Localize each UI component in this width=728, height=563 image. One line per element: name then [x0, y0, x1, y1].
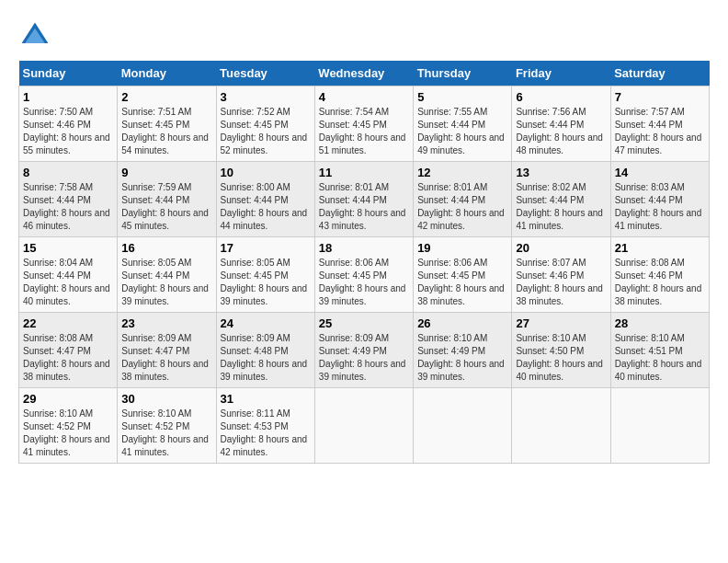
day-cell: 1 Sunrise: 7:50 AM Sunset: 4:46 PM Dayli… [19, 86, 118, 162]
day-number: 1 [23, 90, 113, 104]
day-detail: Sunrise: 8:10 AM Sunset: 4:52 PM Dayligh… [23, 408, 113, 459]
day-cell: 6 Sunrise: 7:56 AM Sunset: 4:44 PM Dayli… [512, 86, 610, 162]
day-number: 9 [121, 166, 211, 179]
day-cell: 21 Sunrise: 8:08 AM Sunset: 4:46 PM Dayl… [610, 237, 709, 313]
day-cell: 15 Sunrise: 8:04 AM Sunset: 4:44 PM Dayl… [19, 237, 118, 313]
day-number: 21 [615, 241, 705, 255]
day-cell: 12 Sunrise: 8:01 AM Sunset: 4:44 PM Dayl… [414, 162, 512, 237]
day-detail: Sunrise: 8:11 AM Sunset: 4:53 PM Dayligh… [221, 408, 311, 459]
day-cell: 31 Sunrise: 8:11 AM Sunset: 4:53 PM Dayl… [216, 388, 314, 464]
day-number: 22 [23, 316, 113, 330]
day-cell: 27 Sunrise: 8:10 AM Sunset: 4:50 PM Dayl… [512, 313, 610, 388]
day-cell: 24 Sunrise: 8:09 AM Sunset: 4:48 PM Dayl… [216, 313, 314, 388]
day-cell: 30 Sunrise: 8:10 AM Sunset: 4:52 PM Dayl… [118, 388, 216, 464]
day-detail: Sunrise: 8:05 AM Sunset: 4:45 PM Dayligh… [221, 257, 311, 308]
day-number: 26 [417, 316, 507, 330]
day-cell: 22 Sunrise: 8:08 AM Sunset: 4:47 PM Dayl… [19, 313, 118, 388]
day-cell: 19 Sunrise: 8:06 AM Sunset: 4:45 PM Dayl… [414, 237, 512, 313]
day-number: 31 [221, 392, 311, 406]
week-row-2: 8 Sunrise: 7:58 AM Sunset: 4:44 PM Dayli… [19, 162, 710, 237]
day-detail: Sunrise: 8:08 AM Sunset: 4:46 PM Dayligh… [615, 257, 705, 308]
day-detail: Sunrise: 8:07 AM Sunset: 4:46 PM Dayligh… [516, 257, 606, 308]
days-header-row: SundayMondayTuesdayWednesdayThursdayFrid… [19, 61, 710, 86]
day-detail: Sunrise: 8:10 AM Sunset: 4:52 PM Dayligh… [121, 408, 211, 459]
header [18, 18, 710, 52]
day-detail: Sunrise: 8:08 AM Sunset: 4:47 PM Dayligh… [23, 332, 113, 384]
day-detail: Sunrise: 8:10 AM Sunset: 4:50 PM Dayligh… [516, 332, 606, 384]
day-number: 5 [417, 90, 507, 104]
day-detail: Sunrise: 8:05 AM Sunset: 4:44 PM Dayligh… [121, 257, 211, 308]
day-number: 23 [121, 316, 211, 330]
day-detail: Sunrise: 8:10 AM Sunset: 4:49 PM Dayligh… [417, 332, 507, 384]
day-header-tuesday: Tuesday [216, 61, 314, 86]
day-number: 18 [319, 241, 409, 255]
day-cell: 14 Sunrise: 8:03 AM Sunset: 4:44 PM Dayl… [610, 162, 709, 237]
day-number: 20 [516, 241, 606, 255]
logo-icon [18, 18, 51, 52]
day-number: 17 [221, 241, 311, 255]
calendar-table: SundayMondayTuesdayWednesdayThursdayFrid… [18, 61, 710, 464]
day-header-monday: Monday [118, 61, 216, 86]
day-number: 15 [23, 241, 113, 255]
day-number: 10 [221, 166, 311, 179]
day-cell: 29 Sunrise: 8:10 AM Sunset: 4:52 PM Dayl… [19, 388, 118, 464]
week-row-5: 29 Sunrise: 8:10 AM Sunset: 4:52 PM Dayl… [19, 388, 710, 464]
day-cell: 10 Sunrise: 8:00 AM Sunset: 4:44 PM Dayl… [216, 162, 314, 237]
day-detail: Sunrise: 8:09 AM Sunset: 4:47 PM Dayligh… [121, 332, 211, 384]
day-cell [414, 388, 512, 464]
day-number: 28 [615, 316, 705, 330]
week-row-1: 1 Sunrise: 7:50 AM Sunset: 4:46 PM Dayli… [19, 86, 710, 162]
day-detail: Sunrise: 7:50 AM Sunset: 4:46 PM Dayligh… [23, 106, 113, 157]
day-detail: Sunrise: 7:52 AM Sunset: 4:45 PM Dayligh… [221, 106, 311, 157]
day-cell: 11 Sunrise: 8:01 AM Sunset: 4:44 PM Dayl… [314, 162, 413, 237]
day-header-wednesday: Wednesday [314, 61, 413, 86]
week-row-4: 22 Sunrise: 8:08 AM Sunset: 4:47 PM Dayl… [19, 313, 710, 388]
day-detail: Sunrise: 7:51 AM Sunset: 4:45 PM Dayligh… [121, 106, 211, 157]
day-header-saturday: Saturday [610, 61, 709, 86]
day-cell: 8 Sunrise: 7:58 AM Sunset: 4:44 PM Dayli… [19, 162, 118, 237]
day-detail: Sunrise: 8:03 AM Sunset: 4:44 PM Dayligh… [615, 181, 705, 233]
day-detail: Sunrise: 8:04 AM Sunset: 4:44 PM Dayligh… [23, 257, 113, 308]
day-detail: Sunrise: 7:59 AM Sunset: 4:44 PM Dayligh… [121, 181, 211, 233]
day-number: 29 [23, 392, 113, 406]
day-detail: Sunrise: 7:55 AM Sunset: 4:44 PM Dayligh… [417, 106, 507, 157]
day-cell: 5 Sunrise: 7:55 AM Sunset: 4:44 PM Dayli… [414, 86, 512, 162]
day-detail: Sunrise: 7:58 AM Sunset: 4:44 PM Dayligh… [23, 181, 113, 233]
day-cell [610, 388, 709, 464]
day-cell: 2 Sunrise: 7:51 AM Sunset: 4:45 PM Dayli… [118, 86, 216, 162]
day-cell: 18 Sunrise: 8:06 AM Sunset: 4:45 PM Dayl… [314, 237, 413, 313]
day-detail: Sunrise: 8:01 AM Sunset: 4:44 PM Dayligh… [319, 181, 409, 233]
day-header-sunday: Sunday [19, 61, 118, 86]
day-detail: Sunrise: 7:54 AM Sunset: 4:45 PM Dayligh… [319, 106, 409, 157]
day-number: 14 [615, 166, 705, 179]
day-number: 11 [319, 166, 409, 179]
day-number: 19 [417, 241, 507, 255]
logo [18, 18, 55, 52]
day-detail: Sunrise: 8:01 AM Sunset: 4:44 PM Dayligh… [417, 181, 507, 233]
day-number: 24 [221, 316, 311, 330]
day-detail: Sunrise: 7:56 AM Sunset: 4:44 PM Dayligh… [516, 106, 606, 157]
day-header-thursday: Thursday [414, 61, 512, 86]
day-number: 27 [516, 316, 606, 330]
day-number: 6 [516, 90, 606, 104]
day-number: 16 [121, 241, 211, 255]
day-cell: 28 Sunrise: 8:10 AM Sunset: 4:51 PM Dayl… [610, 313, 709, 388]
day-detail: Sunrise: 8:06 AM Sunset: 4:45 PM Dayligh… [417, 257, 507, 308]
day-cell [314, 388, 413, 464]
day-number: 4 [319, 90, 409, 104]
week-row-3: 15 Sunrise: 8:04 AM Sunset: 4:44 PM Dayl… [19, 237, 710, 313]
day-cell: 3 Sunrise: 7:52 AM Sunset: 4:45 PM Dayli… [216, 86, 314, 162]
day-number: 25 [319, 316, 409, 330]
day-number: 3 [221, 90, 311, 104]
day-detail: Sunrise: 8:00 AM Sunset: 4:44 PM Dayligh… [221, 181, 311, 233]
day-number: 8 [23, 166, 113, 179]
day-cell: 7 Sunrise: 7:57 AM Sunset: 4:44 PM Dayli… [610, 86, 709, 162]
day-detail: Sunrise: 8:09 AM Sunset: 4:49 PM Dayligh… [319, 332, 409, 384]
day-cell: 20 Sunrise: 8:07 AM Sunset: 4:46 PM Dayl… [512, 237, 610, 313]
day-detail: Sunrise: 8:09 AM Sunset: 4:48 PM Dayligh… [221, 332, 311, 384]
day-detail: Sunrise: 7:57 AM Sunset: 4:44 PM Dayligh… [615, 106, 705, 157]
day-cell: 23 Sunrise: 8:09 AM Sunset: 4:47 PM Dayl… [118, 313, 216, 388]
day-cell: 13 Sunrise: 8:02 AM Sunset: 4:44 PM Dayl… [512, 162, 610, 237]
day-cell [512, 388, 610, 464]
day-detail: Sunrise: 8:02 AM Sunset: 4:44 PM Dayligh… [516, 181, 606, 233]
